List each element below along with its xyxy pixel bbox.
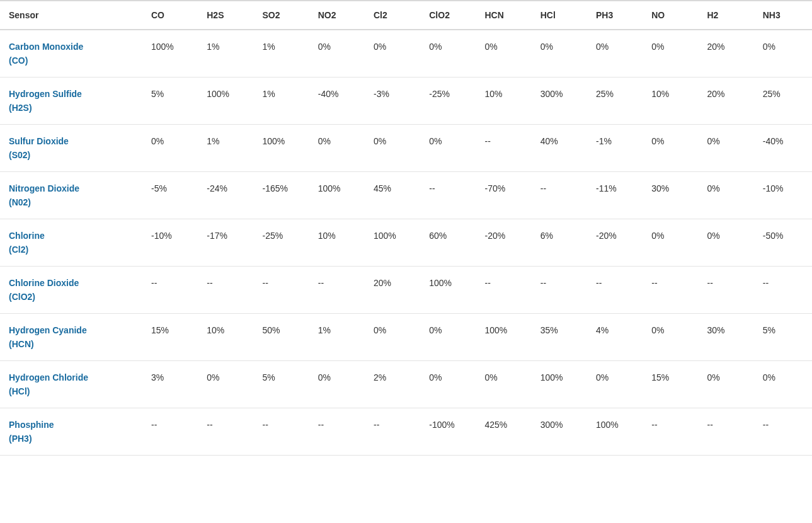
table-row: Carbon Monoxide(CO)100%1%1%0%0%0%0%0%0%0…	[0, 30, 812, 78]
value-cell: 5%	[145, 78, 200, 125]
sensor-name-cell: Chlorine(Cl2)	[0, 219, 145, 267]
sensor-link[interactable]: Hydrogen Sulfide	[9, 89, 82, 99]
col-header-clo2: ClO2	[423, 1, 478, 30]
col-header-h2s: H2S	[200, 1, 256, 30]
value-cell: 5%	[256, 361, 312, 408]
value-cell: 100%	[479, 314, 534, 361]
value-cell: -165%	[256, 172, 312, 219]
sensor-name-cell: Hydrogen Chloride(HCl)	[0, 361, 145, 408]
sensor-name-cell: Hydrogen Sulfide(H2S)	[0, 78, 145, 125]
value-cell: --	[145, 267, 200, 314]
value-cell: 0%	[367, 125, 423, 172]
value-cell: 15%	[145, 314, 200, 361]
value-cell: -25%	[256, 219, 312, 267]
sensor-link[interactable]: Hydrogen Chloride	[9, 372, 88, 382]
value-cell: 20%	[701, 30, 757, 78]
value-cell: 0%	[701, 219, 757, 267]
col-header-ph3: PH3	[590, 1, 645, 30]
table-row: Chlorine Dioxide(ClO2)--------20%100%---…	[0, 267, 812, 314]
value-cell: 2%	[367, 361, 423, 408]
value-cell: 10%	[479, 78, 534, 125]
table-row: Chlorine(Cl2)-10%-17%-25%10%100%60%-20%6…	[0, 219, 812, 267]
value-cell: 30%	[645, 172, 700, 219]
table-row: Hydrogen Sulfide(H2S)5%100%1%-40%-3%-25%…	[0, 78, 812, 125]
value-cell: 0%	[701, 361, 757, 408]
value-cell: 100%	[200, 78, 256, 125]
value-cell: 0%	[367, 30, 423, 78]
cross-sensitivity-table: SensorCOH2SSO2NO2Cl2ClO2HCNHClPH3NOH2NH3…	[0, 0, 812, 456]
value-cell: 0%	[701, 172, 757, 219]
col-header-hcl: HCl	[534, 1, 590, 30]
value-cell: -11%	[590, 172, 645, 219]
value-cell: --	[200, 408, 256, 456]
value-cell: 45%	[367, 172, 423, 219]
col-header-sensor: Sensor	[0, 1, 145, 30]
sensor-name-cell: Carbon Monoxide(CO)	[0, 30, 145, 78]
value-cell: 15%	[645, 361, 700, 408]
value-cell: --	[479, 125, 534, 172]
sensor-name-cell: Phosphine(PH3)	[0, 408, 145, 456]
value-cell: 425%	[479, 408, 534, 456]
sensor-link[interactable]: Sulfur Dioxide	[9, 136, 69, 146]
table-row: Sulfur Dioxide(S02)0%1%100%0%0%0%--40%-1…	[0, 125, 812, 172]
value-cell: 0%	[645, 219, 700, 267]
value-cell: 100%	[312, 172, 367, 219]
sensor-link[interactable]: Chlorine	[9, 231, 45, 241]
value-cell: -5%	[145, 172, 200, 219]
sensor-link[interactable]: Carbon Monoxide	[9, 42, 83, 52]
value-cell: -100%	[423, 408, 478, 456]
value-cell: 300%	[534, 78, 590, 125]
value-cell: -10%	[757, 172, 812, 219]
value-cell: 0%	[645, 30, 700, 78]
value-cell: 0%	[312, 361, 367, 408]
value-cell: --	[479, 267, 534, 314]
col-header-nh3: NH3	[757, 1, 812, 30]
value-cell: -70%	[479, 172, 534, 219]
sensor-formula: (HCl)	[9, 386, 139, 396]
value-cell: 50%	[256, 314, 312, 361]
value-cell: 100%	[256, 125, 312, 172]
value-cell: 60%	[423, 219, 478, 267]
value-cell: -25%	[423, 78, 478, 125]
value-cell: 0%	[423, 314, 478, 361]
sensor-formula: (HCN)	[9, 339, 139, 349]
col-header-co: CO	[145, 1, 200, 30]
value-cell: 1%	[200, 125, 256, 172]
value-cell: 4%	[590, 314, 645, 361]
value-cell: 30%	[701, 314, 757, 361]
value-cell: --	[701, 267, 757, 314]
value-cell: 35%	[534, 314, 590, 361]
value-cell: -20%	[479, 219, 534, 267]
value-cell: 5%	[757, 314, 812, 361]
value-cell: --	[757, 408, 812, 456]
sensor-link[interactable]: Phosphine	[9, 420, 54, 430]
sensor-link[interactable]: Nitrogen Dioxide	[9, 183, 79, 193]
sensor-link[interactable]: Chlorine Dioxide	[9, 278, 79, 288]
value-cell: 0%	[534, 30, 590, 78]
value-cell: 0%	[145, 125, 200, 172]
value-cell: 0%	[312, 30, 367, 78]
value-cell: 300%	[534, 408, 590, 456]
value-cell: 0%	[701, 125, 757, 172]
value-cell: 10%	[312, 219, 367, 267]
value-cell: --	[200, 267, 256, 314]
sensor-name-cell: Chlorine Dioxide(ClO2)	[0, 267, 145, 314]
value-cell: 3%	[145, 361, 200, 408]
value-cell: 0%	[200, 361, 256, 408]
value-cell: 10%	[200, 314, 256, 361]
value-cell: --	[312, 408, 367, 456]
col-header-hcn: HCN	[479, 1, 534, 30]
value-cell: 0%	[479, 30, 534, 78]
value-cell: 25%	[590, 78, 645, 125]
value-cell: 100%	[145, 30, 200, 78]
value-cell: 100%	[534, 361, 590, 408]
value-cell: 100%	[367, 219, 423, 267]
value-cell: 1%	[256, 30, 312, 78]
value-cell: --	[701, 408, 757, 456]
col-header-no2: NO2	[312, 1, 367, 30]
sensor-link[interactable]: Hydrogen Cyanide	[9, 325, 87, 335]
value-cell: -24%	[200, 172, 256, 219]
table-header-row: SensorCOH2SSO2NO2Cl2ClO2HCNHClPH3NOH2NH3	[0, 1, 812, 30]
value-cell: --	[312, 267, 367, 314]
sensor-name-cell: Sulfur Dioxide(S02)	[0, 125, 145, 172]
